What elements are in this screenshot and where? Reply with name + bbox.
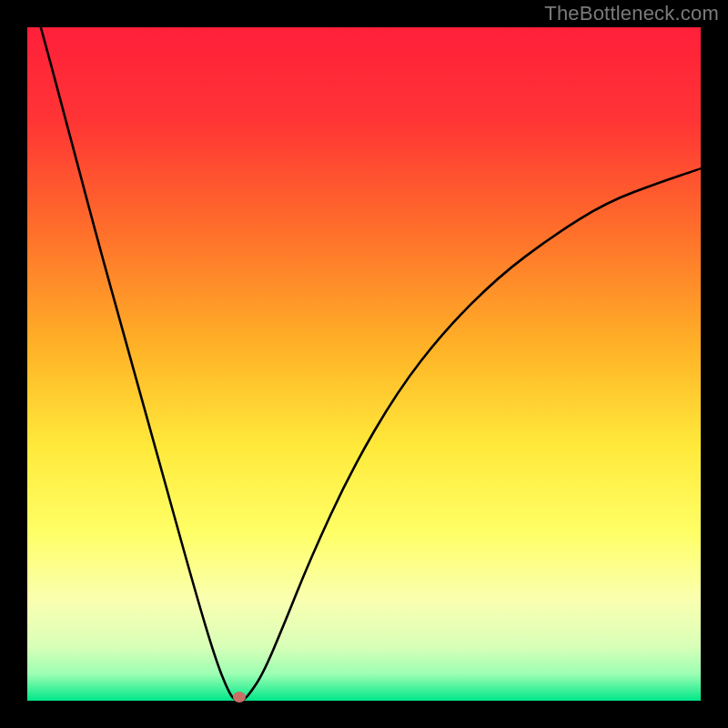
curve-path xyxy=(41,27,701,701)
watermark-text: TheBottleneck.com xyxy=(544,2,719,25)
chart-frame: TheBottleneck.com xyxy=(0,0,728,728)
min-marker-dot xyxy=(233,692,246,703)
plot-area xyxy=(27,27,701,701)
bottleneck-curve xyxy=(27,27,701,701)
